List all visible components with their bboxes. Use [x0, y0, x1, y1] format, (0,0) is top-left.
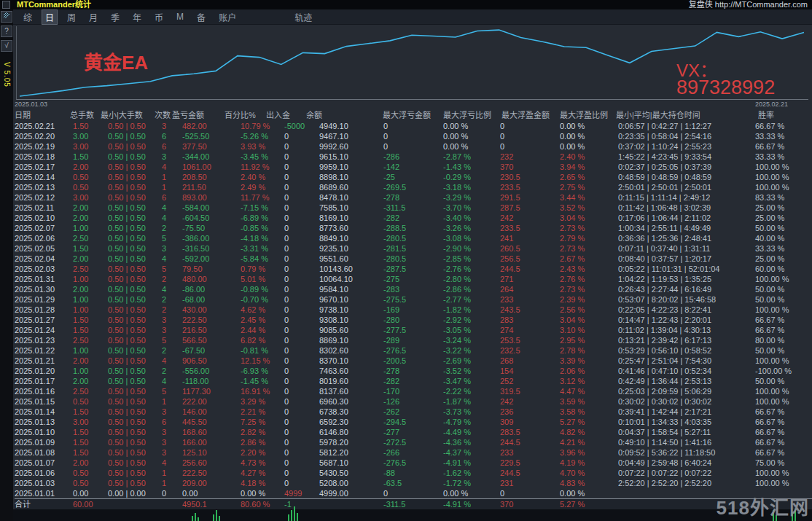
- chart-annotation-number: 897328992: [676, 77, 775, 99]
- table-row[interactable]: 2025.01.221.000.50 | 0.502-67.50-0.81 %0…: [15, 345, 812, 356]
- cell-8: -63.5: [383, 478, 443, 488]
- menu-item-综[interactable]: 综: [20, 10, 35, 24]
- cell-5: -7.15 %: [241, 203, 284, 213]
- cell-4: 211.50: [182, 182, 241, 192]
- cell-0: 2025.01.14: [15, 407, 70, 417]
- menu-item-月[interactable]: 月: [86, 10, 101, 24]
- statistics-table: 日期总手数最小|大手数次数盈亏金额百分比%出入金余额最大浮亏金额最大浮亏比例最大…: [0, 109, 812, 510]
- cell-11: 3.04 %: [560, 213, 618, 223]
- menu-item-轨迹[interactable]: 轨迹: [292, 10, 315, 24]
- column-header-4[interactable]: 盈亏金额: [172, 109, 230, 121]
- table-row[interactable]: 2025.02.203.000.50 | 0.506-525.50-5.26 %…: [15, 131, 812, 141]
- cell-7: 5687.10: [319, 458, 383, 468]
- menu-item-账户[interactable]: 账户: [216, 10, 239, 24]
- table-row[interactable]: 2025.02.172.000.50 | 0.5041061.0011.92 %…: [15, 162, 812, 172]
- table-row[interactable]: 2025.01.311.000.50 | 0.502480.005.01 %01…: [15, 274, 812, 284]
- column-header-9[interactable]: 最大浮亏比例: [443, 109, 500, 121]
- table-row[interactable]: 2025.02.102.000.50 | 0.504-604.50-6.89 %…: [15, 213, 812, 223]
- table-row[interactable]: 2025.01.091.500.50 | 0.503166.002.86 %05…: [15, 437, 812, 447]
- table-row[interactable]: 2025.01.232.500.50 | 0.505566.506.82 %08…: [15, 335, 812, 345]
- cell-13: 80.00 %: [755, 335, 799, 345]
- cell-6: 0: [284, 305, 319, 315]
- cell-3: 2: [156, 305, 182, 315]
- cell-13: 66.67 %: [755, 437, 799, 447]
- menu-item-周[interactable]: 周: [64, 10, 79, 24]
- table-total-row[interactable]: 合计60.004950.180.60 %-1-311.5-4.91 %3705.…: [15, 498, 812, 510]
- table-row[interactable]: 2025.02.140.500.50 | 0.501208.502.40 %08…: [15, 172, 812, 182]
- table-row[interactable]: 2025.01.241.500.50 | 0.503216.502.44 %09…: [15, 325, 812, 335]
- cell-10: 236: [500, 407, 560, 417]
- column-header-5[interactable]: 百分比%: [225, 109, 268, 121]
- cell-9: -3.70 %: [443, 203, 500, 213]
- cell-0: 2025.01.27: [15, 315, 70, 325]
- column-header-8[interactable]: 最大浮亏金额: [383, 109, 442, 121]
- cell-7: 8137.60: [319, 386, 383, 396]
- table-row[interactable]: 2025.01.162.500.50 | 0.5051177.3016.91 %…: [15, 386, 812, 396]
- table-row[interactable]: 2025.02.112.000.50 | 0.504-584.00-7.15 %…: [15, 203, 812, 213]
- table-row[interactable]: 2025.02.130.500.50 | 0.501211.502.49 %08…: [15, 182, 812, 192]
- cell-8: 0: [383, 141, 443, 152]
- cell-9: -2.92 %: [443, 315, 500, 325]
- column-header-0[interactable]: 日期: [15, 109, 70, 121]
- table-row[interactable]: 2025.01.133.000.50 | 0.506445.507.25 %06…: [15, 417, 812, 427]
- cell-12: 0:04:49 | 2:59:48 | 6:40:24: [618, 458, 755, 468]
- check-button[interactable]: √: [1, 40, 12, 52]
- table-row[interactable]: 2025.01.101.500.50 | 0.503168.602.82 %06…: [15, 427, 812, 437]
- table-row[interactable]: 2025.02.062.500.50 | 0.505-386.00-4.18 %…: [15, 233, 812, 243]
- table-row[interactable]: 2025.01.172.000.50 | 0.504-118.00-1.45 %…: [15, 376, 812, 386]
- menu-item-币[interactable]: 币: [152, 10, 166, 24]
- cell-3: 3: [156, 152, 182, 162]
- table-row[interactable]: 2025.01.201.000.50 | 0.502-556.00-6.93 %…: [15, 366, 812, 376]
- column-header-3[interactable]: 次数: [149, 109, 175, 121]
- titlebar-link[interactable]: 复盘侠 http://MTCommander.com: [689, 0, 808, 9]
- column-header-11[interactable]: 最大浮盈比例: [560, 109, 618, 121]
- table-row[interactable]: 2025.02.193.000.50 | 0.506377.503.93 %09…: [15, 141, 812, 152]
- cell-10: 244.5: [500, 437, 560, 447]
- table-row[interactable]: 2025.01.010.000.00 | 0.0000.000.00 %4999…: [15, 488, 812, 498]
- table-row[interactable]: 2025.01.072.000.50 | 0.504256.604.73 %05…: [15, 458, 812, 468]
- column-header-1[interactable]: 总手数: [67, 109, 105, 121]
- table-row[interactable]: 2025.01.271.500.50 | 0.503222.502.45 %09…: [15, 315, 812, 325]
- table-row[interactable]: 2025.01.141.500.50 | 0.503146.002.21 %06…: [15, 407, 812, 417]
- table-row[interactable]: 2025.01.081.500.50 | 0.503125.102.20 %05…: [15, 447, 812, 458]
- menu-item-季[interactable]: 季: [108, 10, 122, 24]
- table-row[interactable]: 2025.02.181.500.50 | 0.503-344.00-3.45 %…: [15, 152, 812, 162]
- menu-item-年[interactable]: 年: [130, 10, 144, 24]
- help-button[interactable]: ?: [1, 26, 12, 37]
- menu-item-备[interactable]: 备: [194, 10, 208, 24]
- column-header-13[interactable]: 胜率: [758, 109, 802, 121]
- table-row[interactable]: 2025.01.150.500.50 | 0.501222.003.29 %06…: [15, 396, 812, 407]
- column-header-12[interactable]: 最小|平均|最大持仓时间: [616, 109, 753, 121]
- menu-item-日[interactable]: 日: [42, 10, 57, 24]
- cell-0: 2025.01.24: [15, 325, 70, 335]
- cell-7: 6738.30: [319, 407, 383, 417]
- cell-11: 2.40 %: [560, 152, 618, 162]
- column-header-7[interactable]: 余额: [306, 109, 370, 121]
- cell-9: -4.37 %: [443, 447, 500, 458]
- column-header-6[interactable]: 出入金: [266, 109, 301, 121]
- table-row[interactable]: 2025.01.302.000.50 | 0.504-86.00-0.89 %0…: [15, 284, 812, 294]
- table-row[interactable]: 2025.02.123.000.50 | 0.506893.0011.77 %0…: [15, 192, 812, 203]
- layers-icon[interactable]: [1, 11, 12, 23]
- cell-11: 2.67 %: [560, 254, 618, 264]
- table-row[interactable]: 2025.01.291.000.50 | 0.502-68.00-0.70 %0…: [15, 294, 812, 305]
- cell-1: 2.50: [70, 335, 108, 345]
- cell-6: 0: [284, 254, 319, 264]
- menu-item-M[interactable]: M: [173, 11, 187, 23]
- table-row[interactable]: 2025.01.060.500.50 | 0.501222.504.27 %05…: [15, 468, 812, 478]
- column-header-10[interactable]: 最大浮盈金额: [501, 109, 561, 121]
- table-row[interactable]: 2025.02.032.500.50 | 0.50579.500.79 %010…: [15, 264, 812, 274]
- cell-7: 9992.60: [319, 141, 383, 152]
- table-row[interactable]: 2025.02.211.500.50 | 0.503482.0010.79 %-…: [15, 121, 812, 131]
- cell-11: 2.78 %: [560, 345, 618, 356]
- table-row[interactable]: 2025.01.281.000.50 | 0.502430.004.62 %09…: [15, 305, 812, 315]
- table-row[interactable]: 2025.01.212.000.50 | 0.504906.5012.15 %0…: [15, 356, 812, 366]
- table-row[interactable]: 2025.02.071.000.50 | 0.502-75.50-0.85 %0…: [15, 223, 812, 233]
- table-row[interactable]: 2025.01.030.500.50 | 0.501209.004.18 %05…: [15, 478, 812, 488]
- cell-11: 2.56 %: [560, 305, 618, 315]
- cell-2: 0.50 | 0.50: [108, 305, 156, 315]
- cell-10: 268: [500, 356, 560, 366]
- table-row[interactable]: 2025.02.051.500.50 | 0.503-316.50-3.31 %…: [15, 243, 812, 254]
- column-header-2[interactable]: 最小|大手数: [101, 109, 149, 121]
- table-row[interactable]: 2025.02.042.000.50 | 0.504-592.00-5.84 %…: [15, 254, 812, 264]
